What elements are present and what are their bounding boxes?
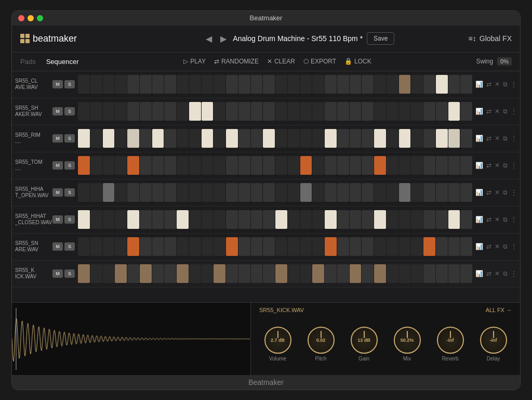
stats-icon[interactable]: 📊 <box>475 216 483 223</box>
shuffle-icon[interactable]: ⇄ <box>486 135 491 142</box>
minimize-button[interactable] <box>28 15 34 21</box>
sequencer-cell[interactable] <box>411 75 423 94</box>
sequencer-cell[interactable] <box>423 102 435 121</box>
stats-icon[interactable]: 📊 <box>475 243 483 250</box>
solo-button[interactable]: S <box>64 269 75 278</box>
sequencer-cell[interactable] <box>251 264 263 283</box>
stats-icon[interactable]: 📊 <box>475 108 483 115</box>
sequencer-cell[interactable] <box>189 183 201 202</box>
sequencer-cell[interactable] <box>288 156 300 175</box>
sequencer-cell[interactable] <box>251 102 263 121</box>
sequencer-cell[interactable] <box>312 237 324 256</box>
sequencer-cell[interactable] <box>275 183 287 202</box>
solo-button[interactable]: S <box>64 242 75 251</box>
sequencer-cell[interactable] <box>140 237 152 256</box>
sequencer-cell[interactable] <box>78 102 90 121</box>
lock-button[interactable]: 🔒 LOCK <box>344 58 371 65</box>
shuffle-icon[interactable]: ⇄ <box>486 108 491 115</box>
sequencer-cell[interactable] <box>350 183 362 202</box>
sequencer-cell[interactable] <box>251 183 263 202</box>
sequencer-cell[interactable] <box>226 129 238 148</box>
sequencer-cell[interactable] <box>202 156 214 175</box>
sequencer-cell[interactable] <box>251 75 263 94</box>
sequencer-cell[interactable] <box>214 75 225 94</box>
sequencer-cell[interactable] <box>202 102 214 121</box>
sequencer-cell[interactable] <box>263 183 275 202</box>
sequencer-cell[interactable] <box>300 75 312 94</box>
sequencer-cell[interactable] <box>312 156 324 175</box>
sequencer-cell[interactable] <box>325 102 337 121</box>
sequencer-cell[interactable] <box>337 183 349 202</box>
sequencer-cell[interactable] <box>275 156 287 175</box>
tab-sequencer[interactable]: Sequencer <box>46 58 79 66</box>
sequencer-cell[interactable] <box>387 237 398 256</box>
sequencer-cell[interactable] <box>127 210 139 229</box>
sequencer-cell[interactable] <box>90 237 102 256</box>
sequencer-cell[interactable] <box>374 264 386 283</box>
sequencer-cell[interactable] <box>226 237 238 256</box>
sequencer-cell[interactable] <box>350 237 362 256</box>
sequencer-cell[interactable] <box>189 264 201 283</box>
sequencer-cell[interactable] <box>127 102 139 121</box>
sequencer-cell[interactable] <box>300 210 312 229</box>
sequencer-cell[interactable] <box>423 264 435 283</box>
sequencer-cell[interactable] <box>436 210 448 229</box>
sequencer-cell[interactable] <box>238 210 250 229</box>
sequencer-cell[interactable] <box>251 129 263 148</box>
more-icon[interactable]: ⋮ <box>511 108 517 115</box>
sequencer-cell[interactable] <box>189 102 201 121</box>
prev-button[interactable]: ◀ <box>204 32 214 46</box>
sequencer-cell[interactable] <box>263 237 275 256</box>
sequencer-cell[interactable] <box>288 75 300 94</box>
sequencer-cell[interactable] <box>362 156 374 175</box>
solo-button[interactable]: S <box>64 161 75 170</box>
sequencer-cell[interactable] <box>436 102 448 121</box>
sequencer-cell[interactable] <box>238 183 250 202</box>
stats-icon[interactable]: 📊 <box>475 135 483 142</box>
mute-button[interactable]: M <box>52 161 63 170</box>
sequencer-cell[interactable] <box>387 129 398 148</box>
remove-icon[interactable]: ✕ <box>495 81 500 88</box>
remove-icon[interactable]: ✕ <box>495 270 500 277</box>
solo-button[interactable]: S <box>64 80 75 88</box>
sequencer-cell[interactable] <box>448 183 460 202</box>
sequencer-cell[interactable] <box>399 183 411 202</box>
sequencer-cell[interactable] <box>448 210 460 229</box>
sequencer-cell[interactable] <box>103 75 115 94</box>
sequencer-cell[interactable] <box>177 237 189 256</box>
sequencer-cell[interactable] <box>140 102 152 121</box>
sequencer-cell[interactable] <box>436 264 448 283</box>
all-fx-link[interactable]: ALL FX → <box>486 307 512 313</box>
gain-knob[interactable]: 13 dB <box>351 327 378 354</box>
sequencer-cell[interactable] <box>78 210 90 229</box>
sequencer-cell[interactable] <box>90 156 102 175</box>
remove-icon[interactable]: ✕ <box>495 216 500 223</box>
shuffle-icon[interactable]: ⇄ <box>486 81 491 88</box>
sequencer-cell[interactable] <box>460 210 472 229</box>
sequencer-cell[interactable] <box>288 264 300 283</box>
save-button[interactable]: Save <box>367 32 394 45</box>
sequencer-cell[interactable] <box>448 129 460 148</box>
sequencer-cell[interactable] <box>275 129 287 148</box>
sequencer-cell[interactable] <box>436 129 448 148</box>
sequencer-cell[interactable] <box>152 183 164 202</box>
stats-icon[interactable]: 📊 <box>475 81 483 88</box>
volume-knob[interactable]: 2.7 dB <box>264 327 291 354</box>
global-fx-button[interactable]: ≡↕ Global FX <box>469 34 512 43</box>
remove-icon[interactable]: ✕ <box>495 243 500 250</box>
sequencer-cell[interactable] <box>238 264 250 283</box>
sequencer-cell[interactable] <box>362 102 374 121</box>
sequencer-cell[interactable] <box>189 237 201 256</box>
shuffle-icon[interactable]: ⇄ <box>486 270 491 277</box>
sequencer-cell[interactable] <box>164 102 176 121</box>
sequencer-cell[interactable] <box>374 156 386 175</box>
sequencer-cell[interactable] <box>202 183 214 202</box>
mute-button[interactable]: M <box>52 215 63 224</box>
sequencer-cell[interactable] <box>350 102 362 121</box>
sequencer-cell[interactable] <box>337 129 349 148</box>
mute-button[interactable]: M <box>52 188 63 197</box>
sequencer-cell[interactable] <box>460 156 472 175</box>
sequencer-cell[interactable] <box>90 183 102 202</box>
remove-icon[interactable]: ✕ <box>495 135 500 142</box>
copy-icon[interactable]: ⧉ <box>503 216 508 223</box>
